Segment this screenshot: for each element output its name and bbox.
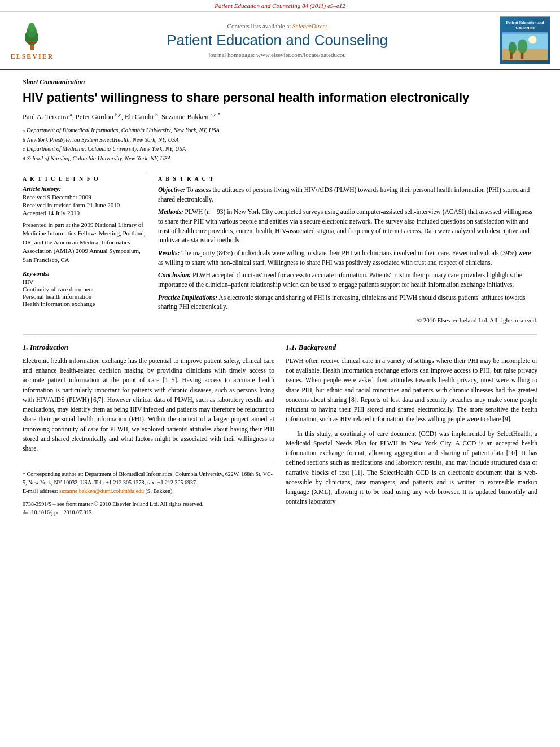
journal-homepage: journal homepage: www.elsevier.com/locat… bbox=[63, 51, 491, 58]
affiliation-4: d School of Nursing, Columbia University… bbox=[23, 154, 537, 164]
journal-reference-bar: Patient Education and Counseling 84 (201… bbox=[0, 0, 560, 12]
abstract-column: A B S T R A C T Objective: To assess the… bbox=[158, 172, 537, 325]
background-heading: 1.1. Background bbox=[286, 343, 537, 352]
email-link[interactable]: suzanne.bakken@dumi.columbia.edu bbox=[59, 488, 144, 494]
svg-rect-4 bbox=[28, 42, 36, 43]
article-history-title: Article history: bbox=[23, 185, 147, 192]
svg-point-6 bbox=[528, 36, 536, 43]
intro-title: Introduction bbox=[30, 343, 68, 351]
abstract-methods: Methods: PLWH (n = 93) in New York City … bbox=[158, 207, 537, 245]
svg-rect-11 bbox=[521, 53, 523, 59]
accepted-date: Accepted 14 July 2010 bbox=[23, 209, 147, 216]
contents-line: Contents lists available at ScienceDirec… bbox=[63, 23, 491, 29]
article-info-column: A R T I C L E I N F O Article history: R… bbox=[23, 172, 147, 325]
results-label: Results: bbox=[158, 250, 180, 256]
revised-date: Received in revised form 21 June 2010 bbox=[23, 202, 147, 208]
copyright-text: © 2010 Elsevier Ireland Ltd. All rights … bbox=[158, 316, 537, 325]
objective-text: To assess the attitudes of persons livin… bbox=[158, 186, 530, 203]
background-paragraph-1: PLWH often receive clinical care in a va… bbox=[286, 356, 537, 425]
article-info-label: A R T I C L E I N F O bbox=[23, 176, 147, 182]
journal-title-area: Contents lists available at ScienceDirec… bbox=[63, 16, 491, 64]
affiliations: a Department of Biomedical Informatics, … bbox=[23, 126, 537, 164]
abstract-results: Results: The majority (84%) of individua… bbox=[158, 248, 537, 267]
elsevier-tree-icon bbox=[16, 20, 47, 51]
received-date: Received 9 December 2009 bbox=[23, 194, 147, 200]
affiliation-1: a Department of Biomedical Informatics, … bbox=[23, 126, 537, 136]
background-number: 1.1. bbox=[286, 343, 297, 351]
background-title: Background bbox=[299, 343, 336, 351]
intro-heading: 1. Introduction bbox=[23, 343, 274, 352]
svg-rect-10 bbox=[510, 53, 512, 59]
article-type: Short Communication bbox=[23, 78, 537, 86]
practice-label: Practice Implications: bbox=[158, 294, 217, 301]
elsevier-logo: ELSEVIER bbox=[11, 20, 54, 61]
cover-photo bbox=[502, 32, 548, 60]
background-column: 1.1. Background PLWH often receive clini… bbox=[286, 343, 537, 517]
abstract-objective: Objective: To assess the attitudes of pe… bbox=[158, 185, 537, 204]
results-text: The majority (84%) of individuals were w… bbox=[158, 250, 531, 266]
journal-cover-image: Patient Education and Counseling bbox=[500, 16, 550, 64]
abstract-practice: Practice Implications: As electronic sto… bbox=[158, 293, 537, 312]
background-text: PLWH often receive clinical care in a va… bbox=[286, 356, 537, 507]
email-note: E-mail address: suzanne.bakken@dumi.colu… bbox=[23, 487, 274, 495]
abstract-label: A B S T R A C T bbox=[158, 176, 537, 182]
journal-cover-area: Patient Education and Counseling bbox=[497, 16, 553, 64]
article-title: HIV patients' willingness to share perso… bbox=[23, 90, 537, 106]
methods-text: PLWH (n = 93) in New York City completed… bbox=[158, 208, 532, 243]
objective-label: Objective: bbox=[158, 186, 185, 193]
elsevier-logo-area: ELSEVIER bbox=[7, 16, 58, 64]
affiliation-3: c Department of Medicine, Columbia Unive… bbox=[23, 145, 537, 154]
affiliation-2: b NewYork Presbyterian System SelectHeal… bbox=[23, 136, 537, 145]
authors-line: Paul A. Teixeira a, Peter Gordon b,c, El… bbox=[23, 112, 537, 121]
sciencedirect-link[interactable]: ScienceDirect bbox=[292, 23, 327, 29]
intro-number: 1. bbox=[23, 343, 28, 351]
background-paragraph-2: In this study, a continuity of care docu… bbox=[286, 429, 537, 507]
keywords-title: Keywords: bbox=[23, 270, 147, 277]
conclusion-text: PLWH accepted clinicians' need for acces… bbox=[158, 272, 522, 288]
abstract-conclusion: Conclusion: PLWH accepted clinicians' ne… bbox=[158, 270, 537, 289]
presented-text: Presented in part at the 2009 National L… bbox=[23, 221, 147, 264]
journal-title: Patient Education and Counseling bbox=[63, 32, 491, 49]
keyword-hie: Health information exchange bbox=[23, 300, 147, 307]
footnote-area: * Corresponding author at: Department of… bbox=[23, 465, 274, 517]
keyword-hiv: HIV bbox=[23, 278, 147, 285]
doi-line: doi:10.1016/j.pec.2010.07.013 bbox=[23, 508, 274, 517]
svg-point-3 bbox=[28, 23, 35, 32]
body-content: 1. Introduction Electronic health inform… bbox=[23, 343, 537, 517]
methods-label: Methods: bbox=[158, 208, 183, 215]
keyword-phi: Personal health information bbox=[23, 293, 147, 300]
svg-point-8 bbox=[509, 42, 517, 54]
contents-text: Contents lists available at bbox=[228, 23, 291, 29]
intro-text: Electronic health information exchange h… bbox=[23, 356, 274, 454]
elsevier-brand-text: ELSEVIER bbox=[11, 53, 54, 61]
journal-reference-text: Patient Education and Counseling 84 (201… bbox=[215, 2, 345, 9]
keyword-ccd: Continuity of care document bbox=[23, 286, 147, 292]
article-content: Short Communication HIV patients' willin… bbox=[0, 70, 560, 525]
svg-point-9 bbox=[518, 39, 528, 53]
journal-header: ELSEVIER Contents lists available at Sci… bbox=[0, 12, 560, 70]
article-info-abstract: A R T I C L E I N F O Article history: R… bbox=[23, 172, 537, 325]
intro-column: 1. Introduction Electronic health inform… bbox=[23, 343, 274, 517]
cover-title: Patient Education and Counseling bbox=[502, 20, 548, 30]
abstract-content: Objective: To assess the attitudes of pe… bbox=[158, 185, 537, 325]
conclusion-label: Conclusion: bbox=[158, 272, 191, 278]
intro-paragraph-1: Electronic health information exchange h… bbox=[23, 356, 274, 454]
corresponding-author-note: * Corresponding author at: Department of… bbox=[23, 470, 274, 487]
section-divider bbox=[23, 334, 537, 335]
issn-line: 0738-3991/$ – see front matter © 2010 El… bbox=[23, 500, 274, 508]
